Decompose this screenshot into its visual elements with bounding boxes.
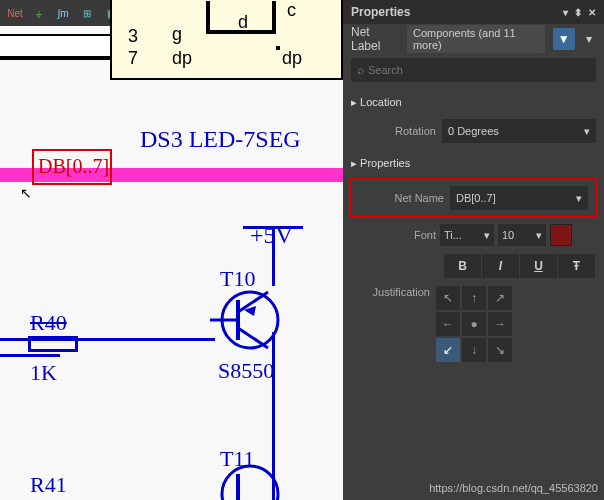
netname-label: Net Name bbox=[359, 192, 444, 204]
close-icon[interactable]: ✕ bbox=[588, 7, 596, 18]
panel-title: Properties bbox=[351, 5, 410, 19]
rotation-dropdown[interactable]: 0 Degrees▾ bbox=[442, 119, 596, 143]
just-bc[interactable]: ↓ bbox=[462, 338, 486, 362]
just-br[interactable]: ↘ bbox=[488, 338, 512, 362]
justification-grid: ↖ ↑ ↗ ← ● → ↙ ↓ ↘ bbox=[436, 286, 512, 362]
strike-button[interactable]: Ŧ bbox=[558, 254, 596, 278]
rotation-row: Rotation 0 Degrees▾ bbox=[343, 115, 604, 147]
pin-stub bbox=[0, 34, 110, 58]
section-location[interactable]: ▸ Location bbox=[343, 86, 604, 115]
transistor-t10 bbox=[210, 280, 290, 360]
tool-gnd[interactable]: ⏚ bbox=[28, 3, 50, 23]
font-row: Font Ti...▾ 10▾ bbox=[343, 220, 604, 250]
pin-g: g bbox=[172, 24, 182, 45]
object-type: Net Label bbox=[351, 25, 399, 53]
s8550-label: S8550 bbox=[218, 358, 274, 384]
r40-label: R40 bbox=[30, 310, 67, 336]
chevron-down-icon: ▾ bbox=[576, 192, 582, 205]
component-body: g dp c d dp bbox=[110, 0, 343, 80]
italic-button[interactable]: I bbox=[482, 254, 520, 278]
t10-label: T10 bbox=[220, 266, 255, 292]
filter-caret[interactable]: ▾ bbox=[583, 28, 596, 50]
cursor-icon: ↖ bbox=[20, 185, 32, 201]
pin-icon[interactable]: ⬍ bbox=[574, 7, 582, 18]
justification-label: Justification bbox=[351, 286, 436, 362]
pin-c: c bbox=[287, 0, 296, 21]
netname-dropdown[interactable]: DB[0..7]▾ bbox=[450, 186, 588, 210]
tool-int[interactable]: ∫m bbox=[52, 3, 74, 23]
just-mr[interactable]: → bbox=[488, 312, 512, 336]
format-row: B I U Ŧ bbox=[343, 250, 604, 282]
netlabel-text[interactable]: DB[0..7] bbox=[38, 155, 109, 178]
t11-label: T11 bbox=[220, 446, 255, 472]
search-icon: ⌕ bbox=[357, 63, 364, 77]
components-tag[interactable]: Components (and 11 more) bbox=[407, 25, 545, 53]
netname-highlight: Net Name DB[0..7]▾ bbox=[349, 178, 598, 218]
netname-row: Net Name DB[0..7]▾ bbox=[351, 182, 596, 214]
just-mc[interactable]: ● bbox=[462, 312, 486, 336]
tool-net[interactable]: Net bbox=[4, 3, 26, 23]
font-family-dropdown[interactable]: Ti...▾ bbox=[440, 224, 494, 246]
tool-box1[interactable]: ⊞ bbox=[76, 3, 98, 23]
chevron-down-icon: ▾ bbox=[584, 125, 590, 138]
schematic-canvas[interactable]: Net ⏚ ∫m ⊞ ▦ ⊞ A 🔧 g dp c d dp 3 7 DS3 L… bbox=[0, 0, 343, 500]
rotation-label: Rotation bbox=[351, 125, 436, 137]
search-input[interactable] bbox=[368, 64, 590, 76]
resistor-r40 bbox=[28, 336, 78, 352]
pin-dp2: dp bbox=[282, 48, 302, 69]
just-bl[interactable]: ↙ bbox=[436, 338, 460, 362]
dropdown-icon[interactable]: ▾ bbox=[563, 7, 568, 18]
just-tr[interactable]: ↗ bbox=[488, 286, 512, 310]
search-box[interactable]: ⌕ bbox=[351, 58, 596, 82]
just-tc[interactable]: ↑ bbox=[462, 286, 486, 310]
font-label: Font bbox=[351, 229, 436, 241]
just-ml[interactable]: ← bbox=[436, 312, 460, 336]
designator-label: DS3 LED-7SEG bbox=[140, 126, 301, 153]
section-properties[interactable]: ▸ Properties bbox=[343, 147, 604, 176]
filter-button[interactable]: ▼ bbox=[553, 28, 575, 50]
pin-dp1: dp bbox=[172, 48, 192, 69]
watermark: https://blog.csdn.net/qq_45563820 bbox=[429, 482, 598, 494]
pin-7: 7 bbox=[128, 48, 138, 69]
object-type-row: Net Label Components (and 11 more) ▼ ▾ bbox=[343, 24, 604, 54]
just-tl[interactable]: ↖ bbox=[436, 286, 460, 310]
underline-button[interactable]: U bbox=[520, 254, 558, 278]
panel-header: Properties ▾ ⬍ ✕ bbox=[343, 0, 604, 24]
r40-value: 1K bbox=[30, 360, 57, 386]
font-size-dropdown[interactable]: 10▾ bbox=[498, 224, 546, 246]
pin-3: 3 bbox=[128, 26, 138, 47]
font-color-swatch[interactable] bbox=[550, 224, 572, 246]
pin-stub bbox=[0, 58, 110, 60]
justification-row: Justification ↖ ↑ ↗ ← ● → ↙ ↓ ↘ bbox=[343, 282, 604, 366]
r41-label: R41 bbox=[30, 472, 67, 498]
bold-button[interactable]: B bbox=[444, 254, 482, 278]
svg-line-4 bbox=[238, 328, 268, 348]
properties-panel: Properties ▾ ⬍ ✕ Net Label Components (a… bbox=[343, 0, 604, 500]
